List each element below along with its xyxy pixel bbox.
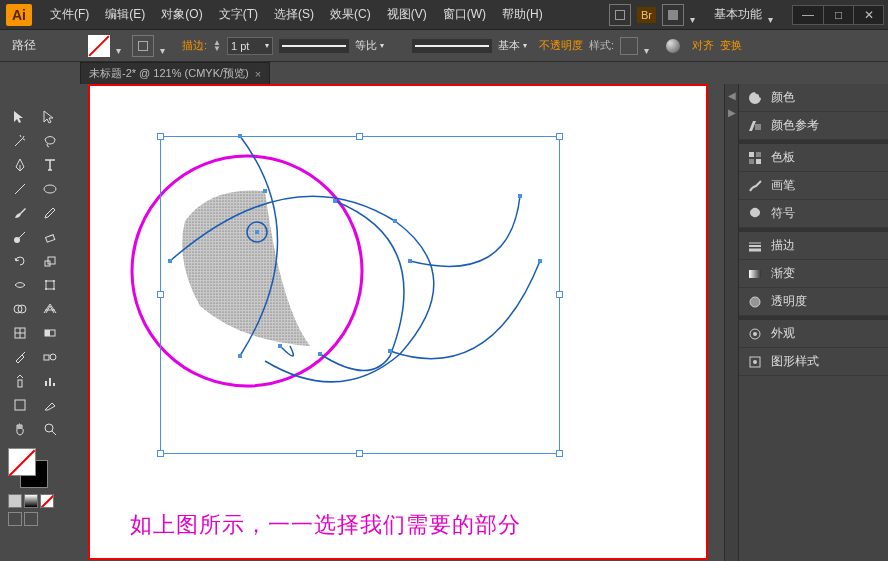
menu-window[interactable]: 窗口(W) — [435, 6, 494, 23]
document-tab[interactable]: 未标题-2* @ 121% (CMYK/预览) × — [80, 62, 270, 84]
screen-mode-normal[interactable] — [8, 512, 22, 526]
width-profile-label[interactable]: 等比 ▾ — [355, 38, 384, 53]
color-guide-icon — [747, 118, 763, 134]
svg-rect-21 — [45, 381, 47, 386]
svg-rect-23 — [53, 383, 55, 386]
panel-appearance[interactable]: 外观 — [739, 316, 888, 348]
eyedropper-tool[interactable] — [6, 346, 34, 368]
fill-stroke-swatch[interactable] — [8, 448, 48, 488]
fill-dropdown[interactable] — [116, 43, 126, 49]
toolbox — [0, 84, 70, 561]
stroke-weight-input[interactable]: 1 pt▾ — [227, 37, 273, 55]
style-label: 样式: — [589, 38, 614, 53]
app-logo: Ai — [6, 4, 32, 26]
panel-graphic-styles[interactable]: 图形样式 — [739, 348, 888, 376]
menu-object[interactable]: 对象(O) — [153, 6, 210, 23]
gradient-tool[interactable] — [36, 322, 64, 344]
artboard-tool[interactable] — [6, 394, 34, 416]
close-button[interactable]: ✕ — [853, 6, 883, 24]
hand-tool[interactable] — [6, 418, 34, 440]
menu-select[interactable]: 选择(S) — [266, 6, 322, 23]
arrange-dropdown[interactable] — [690, 12, 700, 18]
stroke-swatch[interactable] — [132, 35, 154, 57]
panel-brushes[interactable]: 画笔 — [739, 172, 888, 200]
menu-edit[interactable]: 编辑(E) — [97, 6, 153, 23]
svg-rect-24 — [15, 400, 25, 410]
minimize-button[interactable]: — — [793, 6, 823, 24]
opacity-label[interactable]: 不透明度 — [539, 38, 583, 53]
stroke-profile[interactable] — [279, 39, 349, 53]
shape-builder-tool[interactable] — [6, 298, 34, 320]
menu-view[interactable]: 视图(V) — [379, 6, 435, 23]
panel-stroke[interactable]: 描边 — [739, 228, 888, 260]
menu-type[interactable]: 文字(T) — [211, 6, 266, 23]
perspective-grid-tool[interactable] — [36, 298, 64, 320]
graphic-styles-icon — [747, 354, 763, 370]
zoom-tool[interactable] — [36, 418, 64, 440]
stroke-stepper[interactable]: ▲▼ — [213, 40, 221, 52]
right-panels: 颜色 颜色参考 色板 画笔 符号 描边 渐变 透明度 — [738, 84, 888, 561]
svg-point-55 — [753, 332, 757, 336]
blob-brush-tool[interactable] — [6, 226, 34, 248]
panel-collapse-strip[interactable]: ◀▶ — [724, 84, 738, 561]
free-transform-tool[interactable] — [36, 274, 64, 296]
tab-close-icon[interactable]: × — [255, 68, 261, 80]
style-swatch[interactable] — [620, 37, 638, 55]
style-dropdown[interactable] — [644, 43, 654, 49]
brush-definition[interactable] — [412, 39, 492, 53]
brush-label[interactable]: 基本 ▾ — [498, 38, 527, 53]
type-tool[interactable] — [36, 154, 64, 176]
selection-tool[interactable] — [6, 106, 34, 128]
pencil-tool[interactable] — [36, 202, 64, 224]
pen-tool[interactable] — [6, 154, 34, 176]
options-toolbar: 路径 描边: ▲▼ 1 pt▾ 等比 ▾ 基本 ▾ 不透明度 样式: 对齐 变换 — [0, 30, 888, 62]
panel-color[interactable]: 颜色 — [739, 84, 888, 112]
column-graph-tool[interactable] — [36, 370, 64, 392]
eraser-tool[interactable] — [36, 226, 64, 248]
selection-bounding-box[interactable] — [160, 136, 560, 454]
screen-mode-full[interactable] — [24, 512, 38, 526]
menu-effect[interactable]: 效果(C) — [322, 6, 379, 23]
none-mode-button[interactable] — [40, 494, 54, 508]
line-tool[interactable] — [6, 178, 34, 200]
workspace-dropdown[interactable] — [768, 12, 778, 18]
color-mode-button[interactable] — [8, 494, 22, 508]
svg-point-10 — [53, 288, 55, 290]
canvas-area[interactable]: 如上图所示，一一选择我们需要的部分 — [70, 84, 724, 561]
workspace-label[interactable]: 基本功能 — [714, 6, 762, 23]
stroke-icon — [747, 238, 763, 254]
panel-swatches[interactable]: 色板 — [739, 140, 888, 172]
artboard: 如上图所示，一一选择我们需要的部分 — [88, 84, 708, 560]
rotate-tool[interactable] — [6, 250, 34, 272]
mesh-tool[interactable] — [6, 322, 34, 344]
recolor-button[interactable] — [666, 39, 680, 53]
symbol-sprayer-tool[interactable] — [6, 370, 34, 392]
arrange-documents[interactable] — [662, 4, 684, 26]
panel-gradient[interactable]: 渐变 — [739, 260, 888, 288]
panel-transparency[interactable]: 透明度 — [739, 288, 888, 316]
svg-point-1 — [44, 185, 56, 193]
align-label[interactable]: 对齐 — [692, 38, 714, 53]
panel-color-guide[interactable]: 颜色参考 — [739, 112, 888, 140]
bridge-button[interactable]: Br — [637, 7, 656, 23]
width-tool[interactable] — [6, 274, 34, 296]
direct-selection-tool[interactable] — [36, 106, 64, 128]
menu-help[interactable]: 帮助(H) — [494, 6, 551, 23]
gradient-mode-button[interactable] — [24, 494, 38, 508]
ellipse-tool[interactable] — [36, 178, 64, 200]
transform-label[interactable]: 变换 — [720, 38, 742, 53]
panel-symbols[interactable]: 符号 — [739, 200, 888, 228]
blend-tool[interactable] — [36, 346, 64, 368]
magic-wand-tool[interactable] — [6, 130, 34, 152]
maximize-button[interactable]: □ — [823, 6, 853, 24]
main-body: 如上图所示，一一选择我们需要的部分 ◀▶ 颜色 颜色参考 色板 画笔 符号 描边 — [0, 84, 888, 561]
lasso-tool[interactable] — [36, 130, 64, 152]
fill-swatch[interactable] — [88, 35, 110, 57]
search-button[interactable] — [609, 4, 631, 26]
scale-tool[interactable] — [36, 250, 64, 272]
slice-tool[interactable] — [36, 394, 64, 416]
menu-file[interactable]: 文件(F) — [42, 6, 97, 23]
stroke-dropdown[interactable] — [160, 43, 170, 49]
svg-rect-22 — [49, 378, 51, 386]
paintbrush-tool[interactable] — [6, 202, 34, 224]
